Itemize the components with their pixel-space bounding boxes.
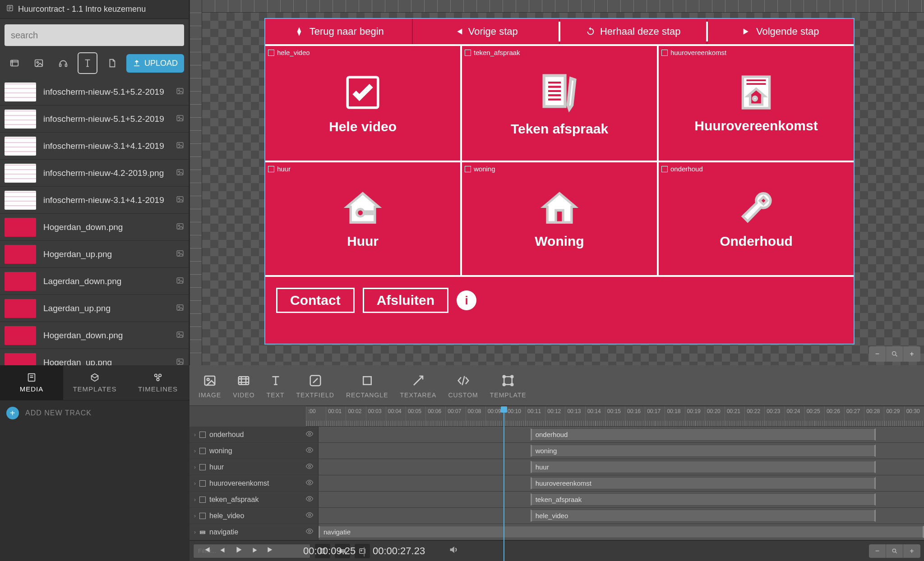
tl-zoom-fit[interactable] [886, 544, 903, 558]
asset-item[interactable]: Lagerdan_down.png [0, 268, 189, 295]
track-head[interactable]: › navigatie [189, 524, 319, 540]
track-head[interactable]: › huurovereenkomst [189, 475, 319, 491]
cell-hele-video[interactable]: hele_video Hele video [265, 46, 462, 161]
add-track-button[interactable]: + ADD NEW TRACK [0, 400, 189, 426]
svg-point-25 [178, 333, 180, 335]
track-head[interactable]: › huur [189, 459, 319, 475]
track-row[interactable]: › huur huur [189, 459, 924, 475]
track-row[interactable]: › woning woning [189, 443, 924, 459]
asset-item[interactable]: infoscherm-nieuw-5.1+5.2-2019 [0, 78, 189, 106]
asset-list[interactable]: infoscherm-nieuw-5.1+5.2-2019 infoscherm… [0, 78, 189, 365]
tab-templates[interactable]: TEMPLATES [63, 365, 126, 400]
tool-textarea[interactable]: TEXTAREA [400, 372, 437, 399]
asset-item[interactable]: Hogerdan_up.png [0, 349, 189, 365]
svg-rect-42 [239, 377, 249, 385]
nav-next[interactable]: Volgende stap [707, 19, 854, 44]
clip[interactable]: woning [531, 445, 876, 457]
zoom-fit-button[interactable] [886, 346, 903, 362]
tool-text[interactable]: TEXT [267, 372, 285, 399]
house-key-icon [343, 189, 382, 227]
tl-zoom-in[interactable]: + [903, 544, 920, 558]
time-ruler[interactable]: :0000:0100:0200:0300:0400:0500:0600:0700… [306, 406, 924, 427]
doc-tab-icon[interactable] [102, 52, 122, 74]
nav-repeat[interactable]: Herhaal deze stap [560, 19, 707, 44]
eye-icon[interactable] [305, 495, 314, 505]
asset-item[interactable]: Hogerdan_up.png [0, 241, 189, 268]
search-input[interactable] [5, 24, 184, 46]
stage-canvas[interactable]: Terug naar begin Vorige stap Herhaal dez… [265, 19, 854, 344]
cell-teken-afspraak[interactable]: teken_afspraak Teken afspraak [462, 46, 659, 161]
track-row[interactable]: › navigatie navigatie [189, 524, 924, 540]
tool-textfield[interactable]: TEXTFIELD [296, 372, 334, 399]
asset-item[interactable]: infoscherm-nieuw-3.1+4.1-2019 [0, 133, 189, 160]
asset-item[interactable]: infoscherm-nieuw-3.1+4.1-2019 [0, 187, 189, 214]
asset-item[interactable]: Lagerdan_up.png [0, 295, 189, 322]
step-fwd-button[interactable] [251, 545, 259, 557]
clip[interactable]: huurovereenkomst [531, 477, 876, 489]
tab-media[interactable]: MEDIA [0, 365, 63, 400]
contact-button[interactable]: Contact [276, 288, 355, 313]
track-head[interactable]: › woning [189, 443, 319, 459]
eye-icon[interactable] [305, 527, 314, 537]
track-head[interactable]: › hele_video [189, 508, 319, 524]
asset-item[interactable]: Hogerdan_down.png [0, 214, 189, 241]
tool-image[interactable]: IMAGE [199, 372, 221, 399]
clip[interactable]: navigatie [319, 526, 924, 538]
tab-timelines[interactable]: TIMELINES [126, 365, 189, 400]
track-head[interactable]: › onderhoud [189, 427, 319, 442]
nav-begin[interactable]: Terug naar begin [265, 19, 413, 44]
upload-button[interactable]: UPLOAD [126, 54, 184, 73]
chevron-right-icon: › [194, 432, 196, 438]
audio-tab-icon[interactable] [53, 52, 73, 74]
volume-icon[interactable] [448, 545, 458, 557]
clip[interactable]: huur [531, 461, 876, 473]
go-start-button[interactable] [202, 545, 211, 557]
track-row[interactable]: › hele_video hele_video [189, 508, 924, 524]
eye-icon[interactable] [305, 430, 314, 440]
tool-custom[interactable]: CUSTOM [448, 372, 478, 399]
cell-huur[interactable]: huur Huur [265, 162, 462, 275]
eye-icon[interactable] [305, 511, 314, 521]
tracks-area[interactable]: › onderhoud onderhoud › woning woning › … [189, 427, 924, 540]
track-row[interactable]: › huurovereenkomst huurovereenkomst [189, 475, 924, 492]
zoom-in-button[interactable]: + [903, 346, 920, 362]
stage-area[interactable]: Terug naar begin Vorige stap Herhaal dez… [202, 13, 924, 365]
track-row[interactable]: › teken_afspraak teken_afspraak [189, 492, 924, 508]
clip[interactable]: onderhoud [531, 428, 876, 441]
play-button[interactable] [234, 545, 244, 557]
eye-icon[interactable] [305, 446, 314, 456]
tool-rectangle[interactable]: RECTANGLE [346, 372, 388, 399]
text-tab-icon[interactable] [78, 52, 97, 74]
svg-point-21 [178, 279, 180, 280]
info-icon[interactable]: i [457, 290, 476, 310]
cell-onderhoud[interactable]: onderhoud Onderhoud [659, 162, 854, 275]
asset-item[interactable]: infoscherm-nieuw-4.2-2019.png [0, 160, 189, 187]
step-back-button[interactable] [218, 545, 226, 557]
svg-point-53 [309, 481, 311, 483]
zoom-out-button[interactable]: − [869, 346, 886, 362]
tool-video[interactable]: VIDEO [233, 372, 255, 399]
clip[interactable]: teken_afspraak [531, 493, 876, 506]
cell-woning[interactable]: woning Woning [462, 162, 659, 275]
eye-icon[interactable] [305, 462, 314, 472]
image-tab-icon[interactable] [29, 52, 49, 74]
video-tab-icon[interactable] [5, 52, 24, 74]
tl-zoom-out[interactable]: − [869, 544, 886, 558]
asset-item[interactable]: Hogerdan_down.png [0, 322, 189, 349]
tool-template[interactable]: TEMPLATE [490, 372, 527, 399]
cell-huurovereenkomst[interactable]: huurovereenkomst Huurovereenkomst [659, 46, 854, 161]
asset-item[interactable]: infoscherm-nieuw-5.1+5.2-2019 [0, 106, 189, 133]
image-icon [176, 276, 184, 286]
playhead[interactable] [504, 406, 504, 561]
asset-name: infoscherm-nieuw-5.1+5.2-2019 [43, 114, 173, 124]
eye-icon[interactable] [305, 478, 314, 488]
clip[interactable]: hele_video [531, 510, 876, 522]
svg-rect-22 [177, 305, 183, 310]
track-head[interactable]: › teken_afspraak [189, 492, 319, 507]
close-button[interactable]: Afsluiten [363, 288, 448, 313]
nav-prev[interactable]: Vorige stap [413, 19, 560, 44]
svg-point-15 [178, 198, 180, 199]
house-icon [540, 189, 579, 227]
track-row[interactable]: › onderhoud onderhoud [189, 427, 924, 443]
go-end-button[interactable] [266, 545, 275, 557]
